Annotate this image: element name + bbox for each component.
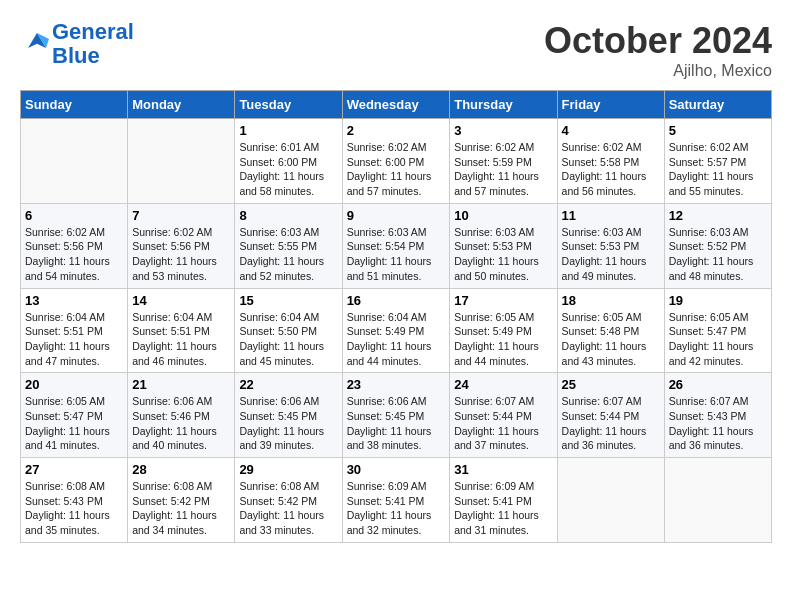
header-wednesday: Wednesday <box>342 91 450 119</box>
day-info: Sunrise: 6:07 AMSunset: 5:43 PMDaylight:… <box>669 394 767 453</box>
day-info: Sunrise: 6:02 AMSunset: 5:56 PMDaylight:… <box>132 225 230 284</box>
day-number: 12 <box>669 208 767 223</box>
day-number: 17 <box>454 293 552 308</box>
day-cell: 30Sunrise: 6:09 AMSunset: 5:41 PMDayligh… <box>342 458 450 543</box>
day-number: 18 <box>562 293 660 308</box>
day-cell: 18Sunrise: 6:05 AMSunset: 5:48 PMDayligh… <box>557 288 664 373</box>
day-number: 27 <box>25 462 123 477</box>
day-cell: 7Sunrise: 6:02 AMSunset: 5:56 PMDaylight… <box>128 203 235 288</box>
header-thursday: Thursday <box>450 91 557 119</box>
day-info: Sunrise: 6:05 AMSunset: 5:48 PMDaylight:… <box>562 310 660 369</box>
day-cell: 28Sunrise: 6:08 AMSunset: 5:42 PMDayligh… <box>128 458 235 543</box>
day-cell: 17Sunrise: 6:05 AMSunset: 5:49 PMDayligh… <box>450 288 557 373</box>
header-friday: Friday <box>557 91 664 119</box>
day-number: 4 <box>562 123 660 138</box>
day-info: Sunrise: 6:05 AMSunset: 5:47 PMDaylight:… <box>669 310 767 369</box>
day-number: 28 <box>132 462 230 477</box>
day-number: 7 <box>132 208 230 223</box>
day-info: Sunrise: 6:04 AMSunset: 5:50 PMDaylight:… <box>239 310 337 369</box>
day-cell: 1Sunrise: 6:01 AMSunset: 6:00 PMDaylight… <box>235 119 342 204</box>
day-number: 15 <box>239 293 337 308</box>
week-row-3: 13Sunrise: 6:04 AMSunset: 5:51 PMDayligh… <box>21 288 772 373</box>
day-number: 22 <box>239 377 337 392</box>
day-info: Sunrise: 6:04 AMSunset: 5:51 PMDaylight:… <box>25 310 123 369</box>
day-cell: 6Sunrise: 6:02 AMSunset: 5:56 PMDaylight… <box>21 203 128 288</box>
day-cell: 14Sunrise: 6:04 AMSunset: 5:51 PMDayligh… <box>128 288 235 373</box>
header-saturday: Saturday <box>664 91 771 119</box>
day-info: Sunrise: 6:02 AMSunset: 5:59 PMDaylight:… <box>454 140 552 199</box>
day-cell: 2Sunrise: 6:02 AMSunset: 6:00 PMDaylight… <box>342 119 450 204</box>
day-cell: 27Sunrise: 6:08 AMSunset: 5:43 PMDayligh… <box>21 458 128 543</box>
day-number: 6 <box>25 208 123 223</box>
day-cell: 26Sunrise: 6:07 AMSunset: 5:43 PMDayligh… <box>664 373 771 458</box>
day-cell: 20Sunrise: 6:05 AMSunset: 5:47 PMDayligh… <box>21 373 128 458</box>
day-number: 25 <box>562 377 660 392</box>
day-info: Sunrise: 6:03 AMSunset: 5:55 PMDaylight:… <box>239 225 337 284</box>
location: Ajilho, Mexico <box>544 62 772 80</box>
day-info: Sunrise: 6:03 AMSunset: 5:54 PMDaylight:… <box>347 225 446 284</box>
day-info: Sunrise: 6:03 AMSunset: 5:52 PMDaylight:… <box>669 225 767 284</box>
day-cell: 11Sunrise: 6:03 AMSunset: 5:53 PMDayligh… <box>557 203 664 288</box>
day-info: Sunrise: 6:08 AMSunset: 5:42 PMDaylight:… <box>132 479 230 538</box>
day-cell: 12Sunrise: 6:03 AMSunset: 5:52 PMDayligh… <box>664 203 771 288</box>
day-number: 9 <box>347 208 446 223</box>
day-number: 11 <box>562 208 660 223</box>
day-number: 30 <box>347 462 446 477</box>
day-cell: 24Sunrise: 6:07 AMSunset: 5:44 PMDayligh… <box>450 373 557 458</box>
day-cell: 23Sunrise: 6:06 AMSunset: 5:45 PMDayligh… <box>342 373 450 458</box>
day-info: Sunrise: 6:06 AMSunset: 5:45 PMDaylight:… <box>347 394 446 453</box>
day-info: Sunrise: 6:08 AMSunset: 5:43 PMDaylight:… <box>25 479 123 538</box>
day-info: Sunrise: 6:01 AMSunset: 6:00 PMDaylight:… <box>239 140 337 199</box>
day-info: Sunrise: 6:02 AMSunset: 5:57 PMDaylight:… <box>669 140 767 199</box>
calendar-table: SundayMondayTuesdayWednesdayThursdayFrid… <box>20 90 772 543</box>
day-info: Sunrise: 6:03 AMSunset: 5:53 PMDaylight:… <box>562 225 660 284</box>
week-row-2: 6Sunrise: 6:02 AMSunset: 5:56 PMDaylight… <box>21 203 772 288</box>
day-info: Sunrise: 6:05 AMSunset: 5:49 PMDaylight:… <box>454 310 552 369</box>
day-number: 13 <box>25 293 123 308</box>
day-info: Sunrise: 6:07 AMSunset: 5:44 PMDaylight:… <box>562 394 660 453</box>
day-number: 26 <box>669 377 767 392</box>
week-row-5: 27Sunrise: 6:08 AMSunset: 5:43 PMDayligh… <box>21 458 772 543</box>
page-header: General Blue October 2024 Ajilho, Mexico <box>20 20 772 80</box>
day-cell: 21Sunrise: 6:06 AMSunset: 5:46 PMDayligh… <box>128 373 235 458</box>
day-cell: 22Sunrise: 6:06 AMSunset: 5:45 PMDayligh… <box>235 373 342 458</box>
week-row-1: 1Sunrise: 6:01 AMSunset: 6:00 PMDaylight… <box>21 119 772 204</box>
logo-text-line1: General <box>52 20 134 44</box>
day-number: 31 <box>454 462 552 477</box>
day-cell: 4Sunrise: 6:02 AMSunset: 5:58 PMDaylight… <box>557 119 664 204</box>
day-info: Sunrise: 6:06 AMSunset: 5:45 PMDaylight:… <box>239 394 337 453</box>
day-number: 23 <box>347 377 446 392</box>
day-number: 14 <box>132 293 230 308</box>
day-cell: 29Sunrise: 6:08 AMSunset: 5:42 PMDayligh… <box>235 458 342 543</box>
day-cell <box>128 119 235 204</box>
day-info: Sunrise: 6:09 AMSunset: 5:41 PMDaylight:… <box>454 479 552 538</box>
day-info: Sunrise: 6:04 AMSunset: 5:51 PMDaylight:… <box>132 310 230 369</box>
day-info: Sunrise: 6:02 AMSunset: 6:00 PMDaylight:… <box>347 140 446 199</box>
day-cell: 5Sunrise: 6:02 AMSunset: 5:57 PMDaylight… <box>664 119 771 204</box>
day-cell <box>21 119 128 204</box>
day-info: Sunrise: 6:08 AMSunset: 5:42 PMDaylight:… <box>239 479 337 538</box>
day-cell: 8Sunrise: 6:03 AMSunset: 5:55 PMDaylight… <box>235 203 342 288</box>
day-cell: 16Sunrise: 6:04 AMSunset: 5:49 PMDayligh… <box>342 288 450 373</box>
day-number: 16 <box>347 293 446 308</box>
day-cell: 13Sunrise: 6:04 AMSunset: 5:51 PMDayligh… <box>21 288 128 373</box>
logo-icon <box>22 27 52 57</box>
day-info: Sunrise: 6:06 AMSunset: 5:46 PMDaylight:… <box>132 394 230 453</box>
month-title: October 2024 <box>544 20 772 62</box>
day-cell: 3Sunrise: 6:02 AMSunset: 5:59 PMDaylight… <box>450 119 557 204</box>
day-number: 8 <box>239 208 337 223</box>
calendar-header-row: SundayMondayTuesdayWednesdayThursdayFrid… <box>21 91 772 119</box>
day-info: Sunrise: 6:04 AMSunset: 5:49 PMDaylight:… <box>347 310 446 369</box>
day-cell: 10Sunrise: 6:03 AMSunset: 5:53 PMDayligh… <box>450 203 557 288</box>
week-row-4: 20Sunrise: 6:05 AMSunset: 5:47 PMDayligh… <box>21 373 772 458</box>
day-number: 10 <box>454 208 552 223</box>
day-number: 3 <box>454 123 552 138</box>
header-tuesday: Tuesday <box>235 91 342 119</box>
logo: General Blue <box>20 20 134 68</box>
day-number: 2 <box>347 123 446 138</box>
header-monday: Monday <box>128 91 235 119</box>
day-info: Sunrise: 6:02 AMSunset: 5:58 PMDaylight:… <box>562 140 660 199</box>
day-number: 21 <box>132 377 230 392</box>
header-sunday: Sunday <box>21 91 128 119</box>
day-cell <box>664 458 771 543</box>
